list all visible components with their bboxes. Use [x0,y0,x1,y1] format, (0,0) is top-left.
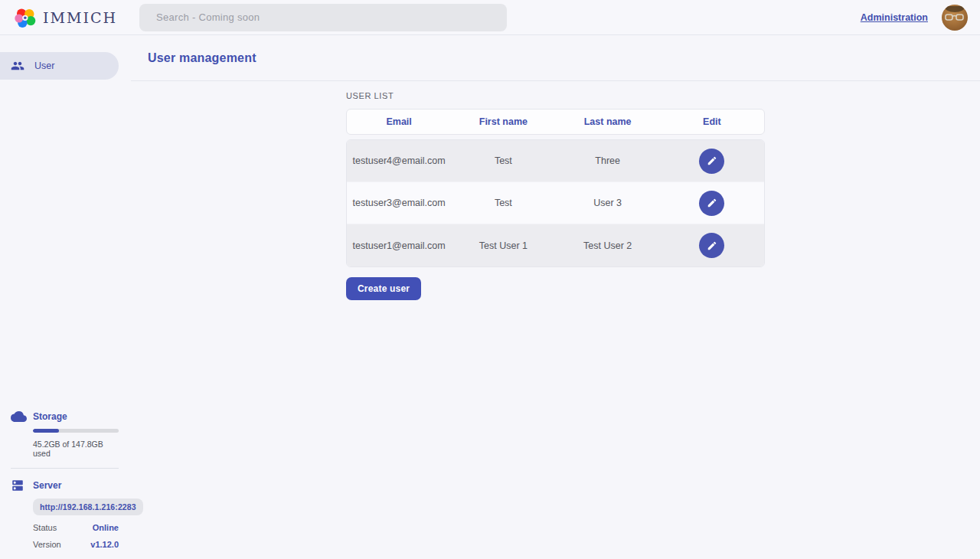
user-avatar[interactable] [942,5,968,31]
table-row: testuser3@email.com Test User 3 [347,182,764,224]
edit-user-button[interactable] [699,149,724,174]
pencil-icon [707,198,717,208]
version-label: Version [33,540,61,549]
immich-flower-icon [14,6,37,29]
status-label: Status [33,523,57,532]
user-list-content: USER LIST Email First name Last name Edi… [131,81,980,300]
server-status-row: Status Online [33,523,119,532]
column-header-last-name: Last name [556,116,660,127]
storage-progress-fill [33,429,59,433]
column-header-edit: Edit [660,116,764,127]
top-header: IMMICH Administration [0,0,980,35]
user-table: USER LIST Email First name Last name Edi… [346,91,765,267]
table-body: testuser4@email.com Test Three testuser3… [346,139,765,267]
table-header-row: Email First name Last name Edit [346,109,765,135]
server-icon [11,479,24,494]
immich-logo[interactable]: IMMICH [14,6,136,29]
cell-email: testuser1@email.com [347,240,451,251]
create-user-button[interactable]: Create user [346,277,421,300]
pencil-icon [707,240,717,251]
sidebar-divider [11,468,119,469]
sidebar-item-user[interactable]: User [0,52,119,80]
cell-email: testuser3@email.com [347,198,451,208]
server-url-badge: http://192.168.1.216:2283 [33,499,143,515]
server-title: Server [33,479,119,491]
sidebar-footer: Storage 45.2GB of 147.8GB used Server ht… [0,410,131,559]
sidebar-item-label: User [34,60,54,71]
storage-section: Storage 45.2GB of 147.8GB used [0,410,119,458]
storage-progress-track [33,429,119,433]
cloud-icon [11,410,27,425]
column-header-first-name: First name [451,116,555,127]
cell-first-name: Test [451,198,555,208]
glasses-graphic [945,12,965,23]
version-value: v1.12.0 [90,540,119,549]
cell-first-name: Test User 1 [451,240,555,251]
column-header-email: Email [347,116,451,127]
storage-title: Storage [33,410,119,422]
search-input[interactable] [139,4,507,31]
main-panel: User management USER LIST Email First na… [131,36,980,559]
edit-user-button[interactable] [699,233,724,258]
title-bar: User management [131,36,980,81]
page-title: User management [148,51,256,65]
group-icon [11,59,24,73]
cell-last-name: User 3 [556,198,660,208]
storage-usage-text: 45.2GB of 147.8GB used [33,440,119,458]
logo-wordmark: IMMICH [43,9,117,26]
cell-last-name: Test User 2 [556,240,660,251]
status-value: Online [93,523,119,532]
cell-email: testuser4@email.com [347,155,451,166]
table-row: testuser1@email.com Test User 1 Test Use… [347,224,764,266]
table-row: testuser4@email.com Test Three [347,140,764,182]
cell-last-name: Three [556,155,660,166]
server-section: Server http://192.168.1.216:2283 Status … [0,479,119,549]
admin-sidebar: User Storage 45.2GB of 147.8GB used [0,36,131,559]
edit-user-button[interactable] [699,191,724,216]
cell-first-name: Test [451,155,555,166]
pencil-icon [707,155,717,166]
user-list-label: USER LIST [346,91,765,100]
server-version-row: Version v1.12.0 [33,540,119,549]
administration-link[interactable]: Administration [861,12,928,23]
